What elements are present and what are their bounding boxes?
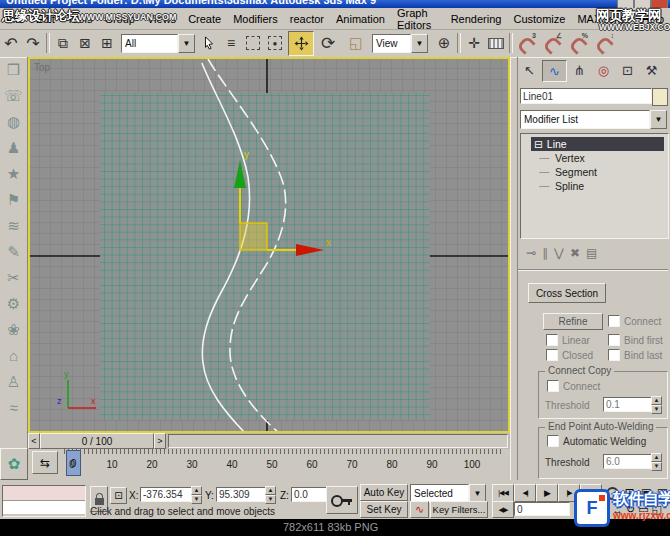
menu-item-0[interactable]: File xyxy=(0,13,30,25)
star-icon[interactable]: ★ xyxy=(0,161,27,187)
closed-checkbox[interactable]: Closed xyxy=(546,349,593,361)
zoom-icon[interactable] xyxy=(604,485,621,501)
boxes-icon[interactable]: ❒ xyxy=(0,57,27,83)
menu-item-11[interactable]: Customize xyxy=(507,13,571,25)
house-icon[interactable]: ⌂ xyxy=(0,343,27,369)
pan-icon[interactable]: ↔ xyxy=(612,504,623,516)
bind-first-checkbox[interactable]: Bind first xyxy=(608,334,663,346)
percent-snap-toggle-icon[interactable]: % xyxy=(567,32,589,54)
open-mini-curve-editor-button[interactable]: ⇆ xyxy=(32,451,58,474)
time-slider-handle[interactable]: 0 / 100 xyxy=(40,433,154,449)
dropdown-arrow-icon[interactable]: ▼ xyxy=(178,34,195,53)
phone-icon[interactable]: ☏ xyxy=(0,83,27,109)
window-crossing-icon[interactable]: ● xyxy=(264,32,286,54)
x-coordinate-field[interactable]: -376.354 xyxy=(140,487,194,502)
z-coordinate-field[interactable]: 0.0 xyxy=(291,487,327,502)
angle-snap-toggle-icon[interactable]: ∠ xyxy=(541,32,563,54)
unlink-selection-icon[interactable]: ⊠ xyxy=(74,32,96,54)
y-spinner[interactable]: ▲▼ xyxy=(265,486,276,502)
zoom-extents-all-icon[interactable]: ◳ xyxy=(655,485,670,501)
scissors-icon[interactable]: ✂ xyxy=(0,265,27,291)
stack-subobject-2[interactable]: Spline xyxy=(531,179,668,193)
listener-script-row[interactable] xyxy=(3,501,85,514)
menu-item-6[interactable]: Modifiers xyxy=(227,13,284,25)
connect-copy-threshold-field[interactable]: 0.1 xyxy=(603,397,653,412)
use-pivot-point-center-icon[interactable]: ⊕ xyxy=(433,32,455,54)
tab-display[interactable]: ⊡ xyxy=(616,60,639,80)
figure-icon[interactable]: ♙ xyxy=(0,369,27,395)
key-mode-toggle[interactable]: ◀▶ xyxy=(492,501,514,518)
reference-coordinate-system-dropdown[interactable]: View ▼ xyxy=(372,34,428,53)
spinner-top-icon[interactable]: ♟ xyxy=(0,135,27,161)
maxscript-mini-listener[interactable] xyxy=(2,485,86,517)
auto-key-button[interactable]: Auto Key xyxy=(360,484,408,501)
set-key-button[interactable]: Set Key xyxy=(360,501,408,518)
absolute-offset-toggle[interactable]: ⊡ xyxy=(110,487,127,504)
pin-stack-icon[interactable]: ⊸ xyxy=(526,246,536,260)
dropdown-arrow-icon[interactable]: ▼ xyxy=(411,34,428,53)
previous-frame-button[interactable]: ◀| xyxy=(514,484,536,502)
tab-create[interactable]: ↖ xyxy=(518,60,541,80)
modifier-list-dropdown[interactable]: Modifier List ▼ xyxy=(520,110,667,129)
previous-frame-arrow[interactable]: < xyxy=(28,433,40,449)
tab-modify[interactable]: ∿ xyxy=(542,60,567,82)
close-button[interactable] xyxy=(651,0,668,8)
select-and-manipulate-icon[interactable]: ✛ xyxy=(463,32,485,54)
tab-hierarchy[interactable]: ⋔ xyxy=(568,60,591,80)
tab-motion[interactable]: ◎ xyxy=(592,60,615,80)
region-zoom-icon[interactable]: ▭ xyxy=(638,503,648,516)
sphere-icon[interactable]: ◍ xyxy=(0,109,27,135)
selection-filter-dropdown[interactable]: All ▼ xyxy=(121,34,195,53)
zoom-extents-icon[interactable]: ▣ xyxy=(638,485,655,501)
menu-item-10[interactable]: Rendering xyxy=(445,13,508,25)
default-in-out-tangent-icon[interactable]: ∿ xyxy=(410,501,429,518)
connect-checkbox[interactable]: Connect xyxy=(608,315,661,327)
viewport-top[interactable]: y x y x z Top xyxy=(28,57,510,433)
automatic-welding-checkbox[interactable]: Automatic Welding xyxy=(547,435,646,447)
stack-item-line[interactable]: ⊟ Line xyxy=(531,137,664,151)
show-end-result-icon[interactable]: ∥ xyxy=(542,246,548,260)
zoom-all-icon[interactable]: ⊞ xyxy=(621,485,638,501)
spinner-snap-toggle-icon[interactable]: ↕ xyxy=(593,32,615,54)
cross-section-button[interactable]: Cross Section xyxy=(528,283,606,303)
expander-icon[interactable]: ⊟ xyxy=(534,138,543,150)
dropdown-arrow-icon[interactable]: ▼ xyxy=(650,110,667,129)
chisel-icon[interactable]: ✎ xyxy=(0,239,27,265)
object-color-swatch[interactable] xyxy=(652,88,668,106)
connect-copy-checkbox[interactable]: Connect xyxy=(547,380,600,392)
tab-utilities[interactable]: ⚒ xyxy=(640,60,663,80)
weld-threshold-field[interactable]: 6.0 xyxy=(603,454,653,469)
menu-item-7[interactable]: reactor xyxy=(284,13,330,25)
threshold-spinner[interactable]: ▲▼ xyxy=(651,396,662,412)
threshold-spinner[interactable]: ▲▼ xyxy=(651,453,662,469)
menu-item-8[interactable]: Animation xyxy=(330,13,391,25)
bind-last-checkbox[interactable]: Bind last xyxy=(608,349,662,361)
track-bar[interactable]: ⇆ 0 0102030405060708090100 xyxy=(28,449,510,476)
make-unique-icon[interactable]: ⋁ xyxy=(554,246,564,260)
play-button[interactable]: ▶ xyxy=(536,484,558,502)
snap-toggle-3d-icon[interactable]: 3 xyxy=(515,32,537,54)
remove-modifier-icon[interactable]: ✖ xyxy=(570,246,580,260)
maximize-button[interactable] xyxy=(634,0,651,8)
next-frame-button[interactable]: |▶ xyxy=(558,484,580,502)
menu-item-12[interactable]: MAXScript xyxy=(571,13,635,25)
y-coordinate-field[interactable]: 95.309 xyxy=(216,487,268,502)
flower-icon[interactable]: ❀ xyxy=(0,317,27,343)
next-frame-arrow[interactable]: > xyxy=(154,433,166,449)
gear-icon[interactable]: ⚙ xyxy=(0,291,27,317)
stack-subobject-0[interactable]: Vertex xyxy=(531,151,668,165)
select-and-link-icon[interactable]: ⧉ xyxy=(52,32,74,54)
go-to-start-button[interactable]: |◀◀ xyxy=(492,484,514,502)
menu-item-13[interactable]: Help xyxy=(635,13,670,25)
object-name-field[interactable]: Line01 xyxy=(520,88,652,104)
refine-button[interactable]: Refine xyxy=(543,313,603,330)
go-to-end-button[interactable]: ▶▶| xyxy=(580,484,602,502)
select-object-icon[interactable] xyxy=(198,32,220,54)
menu-item-9[interactable]: Graph Editors xyxy=(391,7,445,31)
select-by-name-icon[interactable]: ≡ xyxy=(220,32,242,54)
bind-to-space-warp-icon[interactable]: ⊞ xyxy=(96,32,118,54)
min-max-toggle-icon[interactable]: ◱ xyxy=(652,503,662,516)
arc-rotate-icon[interactable]: ↻ xyxy=(626,503,635,516)
configure-modifier-sets-icon[interactable]: ▤ xyxy=(586,246,597,260)
menu-item-1[interactable]: Edit xyxy=(30,13,61,25)
